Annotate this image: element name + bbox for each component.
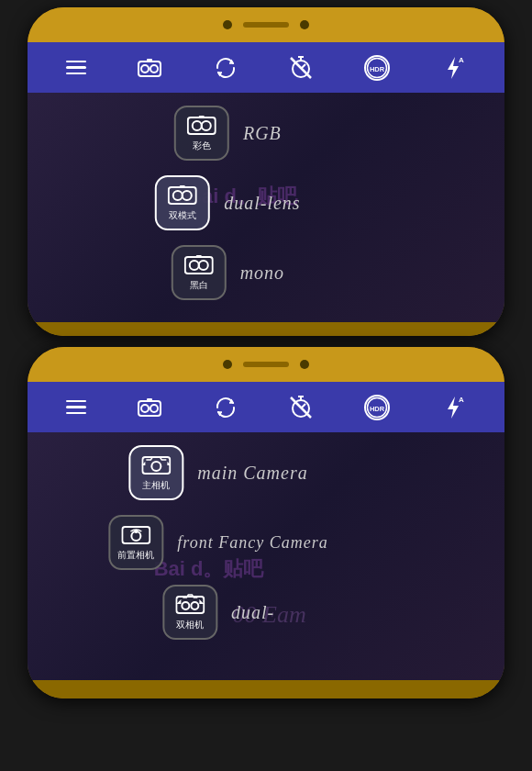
- svg-rect-20: [180, 185, 185, 188]
- svg-point-15: [202, 121, 211, 130]
- svg-rect-43: [176, 597, 204, 613]
- svg-text:A: A: [459, 396, 464, 404]
- phone2-front-camera: [223, 360, 232, 369]
- svg-point-23: [199, 261, 208, 270]
- phone1-bottom-bezel: [28, 322, 504, 336]
- hdr-icon[interactable]: HDR: [364, 55, 390, 81]
- phone2-camera-content: Bai d。贴吧 00 Eam: [28, 432, 504, 680]
- svg-point-19: [183, 191, 192, 200]
- hamburger-line-1: [66, 61, 86, 63]
- svg-text:HDR: HDR: [370, 404, 385, 412]
- front-camera-text: front Fancy Camera: [177, 533, 327, 553]
- dual-label: 双模式: [169, 209, 196, 222]
- menu-item-mono[interactable]: 黑白 mono: [162, 240, 294, 306]
- svg-point-18: [173, 191, 183, 200]
- front-camera-label: 前置相机: [117, 549, 154, 562]
- dual-camera-mode-icon: 双相机: [162, 585, 217, 640]
- svg-point-22: [190, 261, 199, 270]
- phone-top-bezel: [28, 7, 504, 42]
- phone2-rotate-camera-icon[interactable]: [213, 395, 238, 420]
- phone1-camera-content: Bai d。贴吧 彩: [28, 93, 504, 322]
- svg-marker-11: [448, 57, 459, 79]
- phone2-flash-icon[interactable]: A: [440, 395, 466, 420]
- svg-rect-28: [147, 398, 152, 402]
- svg-rect-3: [147, 59, 152, 62]
- menu-item-dual[interactable]: 双模式 dual-lens: [146, 170, 309, 236]
- phone2-bottom-bezel: [28, 680, 504, 698]
- hamburger-line-2: [66, 66, 86, 69]
- phone2-dual-camera-icon[interactable]: [137, 395, 162, 420]
- dual-text: dual-lens: [224, 193, 300, 214]
- mono-label: 黑白: [190, 279, 208, 292]
- phone2-hdr-icon[interactable]: HDR: [364, 395, 390, 420]
- flash-icon[interactable]: A: [440, 55, 466, 81]
- svg-point-44: [182, 602, 189, 609]
- svg-point-45: [191, 602, 198, 609]
- phone2-timer-off-icon[interactable]: [288, 395, 314, 420]
- dual-camera-icon[interactable]: [137, 55, 162, 81]
- phone2-hamburger-line-2: [66, 406, 86, 408]
- rgb-text: RGB: [243, 123, 282, 144]
- menu-item-rgb[interactable]: 彩色 RGB: [165, 100, 291, 166]
- timer-off-icon[interactable]: [288, 55, 314, 81]
- phone2-camera-ui: HDR A Bai d。贴吧 00 Eam: [28, 382, 504, 680]
- rgb-label: 彩色: [193, 140, 211, 152]
- svg-marker-36: [448, 397, 459, 419]
- phone2-hamburger-icon[interactable]: [66, 400, 86, 415]
- phone2-screen: HDR A Bai d。贴吧 00 Eam: [28, 382, 504, 680]
- main-camera-mode-icon: 主相机: [128, 445, 183, 500]
- phone1-screen: HDR A Bai d。贴吧: [28, 42, 504, 322]
- phone-bottom-device: HDR A Bai d。贴吧 00 Eam: [28, 347, 504, 698]
- phone2-hamburger-lines: [66, 400, 86, 415]
- sensor-dot: [300, 20, 309, 29]
- front-camera-mode-icon: 前置相机: [108, 515, 163, 570]
- svg-text:A: A: [459, 56, 464, 64]
- dual-mode-icon: 双模式: [155, 175, 210, 230]
- rotate-camera-icon[interactable]: [213, 55, 238, 81]
- dual-camera-text: dual-: [231, 602, 274, 623]
- phone1-dropdown: 彩色 RGB: [146, 93, 309, 313]
- speaker-grille: [243, 22, 289, 28]
- phone2-speaker: [243, 362, 289, 367]
- svg-rect-24: [196, 255, 202, 258]
- mono-mode-icon: 黑白: [172, 245, 227, 300]
- phone-container: HDR A Bai d。贴吧: [0, 0, 532, 771]
- phone2-sensor: [300, 360, 309, 369]
- svg-text:HDR: HDR: [370, 64, 385, 73]
- mono-text: mono: [240, 263, 284, 284]
- svg-point-26: [141, 405, 149, 412]
- svg-rect-16: [199, 116, 205, 118]
- phone1-toolbar: HDR A: [28, 42, 504, 93]
- menu-item-front-camera[interactable]: 前置相机 front Fancy Camera: [99, 509, 337, 575]
- hamburger-line-3: [66, 73, 86, 75]
- menu-item-main-camera[interactable]: 主相机 main Camera: [119, 440, 316, 506]
- phone1-camera-ui: HDR A Bai d。贴吧: [28, 42, 504, 322]
- phone2-hamburger-line-1: [66, 400, 86, 403]
- svg-point-14: [193, 121, 202, 130]
- main-camera-label: 主相机: [142, 479, 170, 492]
- dual-camera-label: 双相机: [176, 619, 204, 631]
- phone2-toolbar: HDR A: [28, 382, 504, 432]
- phone2-dropdown: 主相机 main Camera: [99, 432, 337, 653]
- rgb-mode-icon: 彩色: [174, 106, 229, 161]
- svg-point-1: [141, 65, 149, 73]
- svg-point-27: [150, 405, 158, 412]
- phone2-top-bezel: [28, 347, 504, 382]
- main-camera-text: main Camera: [197, 463, 307, 484]
- svg-point-39: [151, 462, 161, 471]
- hamburger-menu-icon[interactable]: [66, 61, 86, 75]
- phone-top-device: HDR A Bai d。贴吧: [28, 7, 504, 336]
- front-camera-dot: [223, 20, 232, 29]
- menu-item-dual-camera[interactable]: 双相机 dual-: [153, 579, 283, 645]
- hamburger-lines: [66, 61, 86, 75]
- phone2-hamburger-line-3: [66, 412, 86, 415]
- svg-point-2: [150, 65, 158, 73]
